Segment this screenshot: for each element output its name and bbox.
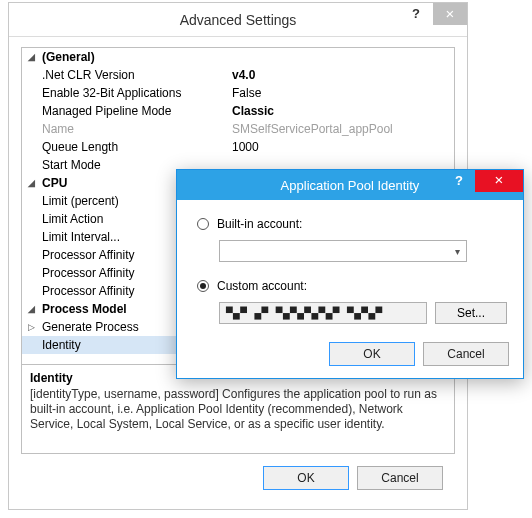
dialog-title: Application Pool Identity — [281, 178, 420, 193]
custom-account-field[interactable]: ▀▄▀ ▄▀ ▀▄▀▄▀▄▀▄▀ ▀▄▀▄▀ — [219, 302, 427, 324]
builtin-account-label: Built-in account: — [217, 217, 302, 231]
close-button[interactable]: × — [433, 3, 467, 25]
cancel-button[interactable]: Cancel — [357, 466, 443, 490]
collapse-icon[interactable]: ◢ — [28, 174, 42, 192]
dialog-titlebar: Application Pool Identity ? × — [177, 170, 523, 200]
row-queue-length[interactable]: Queue Length 1000 — [22, 138, 454, 156]
row-enable-32bit[interactable]: Enable 32-Bit Applications False — [22, 84, 454, 102]
collapse-icon[interactable]: ◢ — [28, 300, 42, 318]
help-button[interactable]: ? — [399, 3, 433, 25]
radio-icon[interactable] — [197, 280, 209, 292]
advanced-settings-titlebar: Advanced Settings ? × — [9, 3, 467, 37]
chevron-down-icon[interactable]: ▾ — [448, 246, 466, 257]
builtin-account-option[interactable]: Built-in account: — [197, 214, 507, 234]
dialog-ok-button[interactable]: OK — [329, 342, 415, 366]
row-managed-pipeline[interactable]: Managed Pipeline Mode Classic — [22, 102, 454, 120]
dialog-close-button[interactable]: × — [475, 170, 523, 192]
builtin-account-combo[interactable]: ▾ — [219, 240, 467, 262]
set-button[interactable]: Set... — [435, 302, 507, 324]
custom-account-option[interactable]: Custom account: — [197, 276, 507, 296]
ok-button[interactable]: OK — [263, 466, 349, 490]
row-name: Name SMSelfServicePortal_appPool — [22, 120, 454, 138]
custom-account-label: Custom account: — [217, 279, 307, 293]
dialog-help-button[interactable]: ? — [443, 170, 475, 192]
app-pool-identity-dialog: Application Pool Identity ? × Built-in a… — [176, 169, 524, 379]
advanced-settings-title: Advanced Settings — [180, 12, 297, 28]
collapse-icon[interactable]: ◢ — [28, 48, 42, 66]
category-general[interactable]: ◢ (General) — [22, 48, 454, 66]
description-text: [identityType, username, password] Confi… — [30, 387, 446, 432]
row-net-clr-version[interactable]: .Net CLR Version v4.0 — [22, 66, 454, 84]
expand-icon[interactable]: ▷ — [28, 318, 42, 336]
dialog-cancel-button[interactable]: Cancel — [423, 342, 509, 366]
radio-icon[interactable] — [197, 218, 209, 230]
